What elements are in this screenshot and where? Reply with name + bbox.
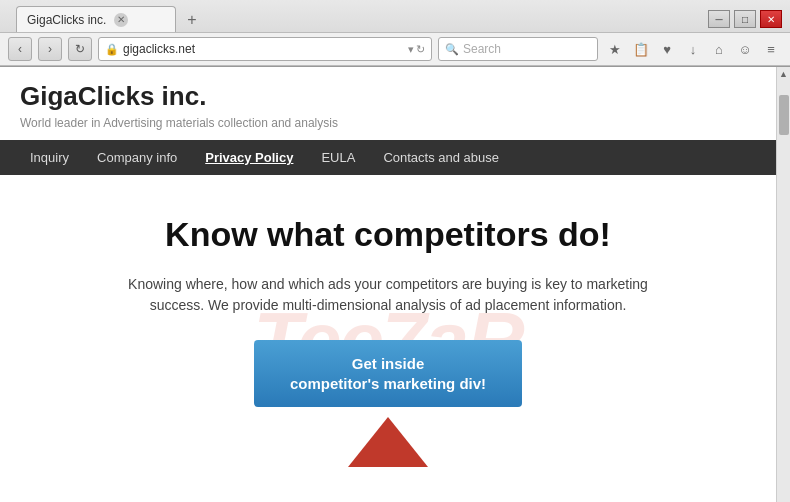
url-reload-icon[interactable]: ↻ <box>416 43 425 56</box>
site-header: GigaClicks inc. World leader in Advertis… <box>0 67 776 140</box>
browser-content: GigaClicks inc. World leader in Advertis… <box>0 67 790 502</box>
triangle-decoration <box>40 407 736 477</box>
url-secure-icon: 🔒 <box>105 43 119 56</box>
download-icon[interactable]: ↓ <box>682 38 704 60</box>
bookmark-icon[interactable]: ★ <box>604 38 626 60</box>
nav-contacts-abuse[interactable]: Contacts and abuse <box>369 140 513 175</box>
search-placeholder: Search <box>463 42 501 56</box>
tab-label: GigaClicks inc. <box>27 13 106 27</box>
home-icon[interactable]: ⌂ <box>708 38 730 60</box>
page-content: GigaClicks inc. World leader in Advertis… <box>0 67 776 502</box>
profile-icon[interactable]: ☺ <box>734 38 756 60</box>
cta-button[interactable]: Get inside competitor's marketing div! <box>254 340 522 407</box>
cta-line2: competitor's marketing div! <box>290 375 486 392</box>
search-icon: 🔍 <box>445 43 459 56</box>
tab-close-button[interactable]: ✕ <box>114 13 128 27</box>
nav-company-info[interactable]: Company info <box>83 140 191 175</box>
url-actions: ▾ ↻ <box>408 43 425 56</box>
title-bar: GigaClicks inc. ✕ + ─ □ ✕ <box>0 0 790 32</box>
hero-body: Knowing where, how and which ads your co… <box>128 274 648 316</box>
hero-headline: Know what competitors do! <box>40 215 736 254</box>
scrollbar-thumb[interactable] <box>779 95 789 135</box>
site-title: GigaClicks inc. <box>20 81 756 112</box>
toolbar-icons: ★ 📋 ♥ ↓ ⌂ ☺ ≡ <box>604 38 782 60</box>
site-subtitle: World leader in Advertising materials co… <box>20 116 756 130</box>
search-bar[interactable]: 🔍 Search <box>438 37 598 61</box>
nav-privacy-policy[interactable]: Privacy Policy <box>191 140 307 175</box>
triangle-icon <box>348 417 428 467</box>
url-text: gigaclicks.net <box>123 42 404 56</box>
window-chrome: GigaClicks inc. ✕ + ─ □ ✕ ‹ › ↻ 🔒 gigacl… <box>0 0 790 67</box>
url-bar[interactable]: 🔒 gigaclicks.net ▾ ↻ <box>98 37 432 61</box>
url-dropdown-icon[interactable]: ▾ <box>408 43 414 56</box>
win-controls-right: ─ □ ✕ <box>708 10 782 28</box>
nav-eula[interactable]: EULA <box>307 140 369 175</box>
refresh-button[interactable]: ↻ <box>68 37 92 61</box>
menu-icon[interactable]: ≡ <box>760 38 782 60</box>
cta-line1: Get inside <box>352 355 425 372</box>
close-button[interactable]: ✕ <box>760 10 782 28</box>
maximize-button[interactable]: □ <box>734 10 756 28</box>
site-nav: Inquiry Company info Privacy Policy EULA… <box>0 140 776 175</box>
address-bar: ‹ › ↻ 🔒 gigaclicks.net ▾ ↻ 🔍 Search ★ 📋 … <box>0 32 790 66</box>
minimize-button[interactable]: ─ <box>708 10 730 28</box>
nav-inquiry[interactable]: Inquiry <box>16 140 83 175</box>
scrollbar-up[interactable]: ▲ <box>777 67 791 81</box>
back-button[interactable]: ‹ <box>8 37 32 61</box>
reading-icon[interactable]: 📋 <box>630 38 652 60</box>
hero-section: Tee7aR Know what competitors do! Knowing… <box>0 175 776 502</box>
scrollbar[interactable]: ▲ <box>776 67 790 502</box>
pocket-icon[interactable]: ♥ <box>656 38 678 60</box>
new-tab-button[interactable]: + <box>180 8 204 32</box>
tab-bar: GigaClicks inc. ✕ + <box>8 6 708 32</box>
active-tab[interactable]: GigaClicks inc. ✕ <box>16 6 176 32</box>
forward-button[interactable]: › <box>38 37 62 61</box>
